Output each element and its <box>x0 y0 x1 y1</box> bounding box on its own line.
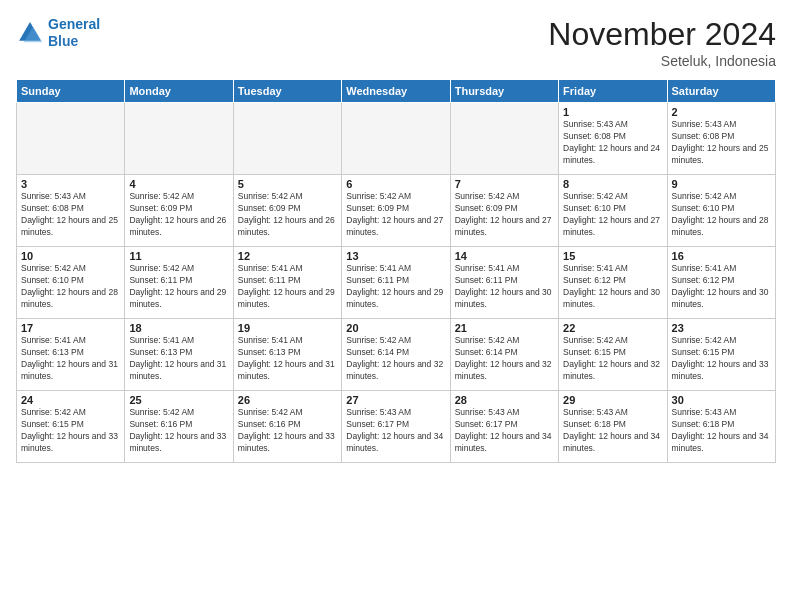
calendar-cell <box>17 103 125 175</box>
calendar-header-saturday: Saturday <box>667 80 775 103</box>
calendar-cell: 6Sunrise: 5:42 AMSunset: 6:09 PMDaylight… <box>342 175 450 247</box>
day-info: Sunrise: 5:43 AMSunset: 6:08 PMDaylight:… <box>672 119 771 167</box>
calendar-cell: 17Sunrise: 5:41 AMSunset: 6:13 PMDayligh… <box>17 319 125 391</box>
calendar-cell: 12Sunrise: 5:41 AMSunset: 6:11 PMDayligh… <box>233 247 341 319</box>
day-number: 23 <box>672 322 771 334</box>
day-info: Sunrise: 5:42 AMSunset: 6:10 PMDaylight:… <box>563 191 662 239</box>
day-info: Sunrise: 5:42 AMSunset: 6:15 PMDaylight:… <box>21 407 120 455</box>
calendar-week-1: 1Sunrise: 5:43 AMSunset: 6:08 PMDaylight… <box>17 103 776 175</box>
day-info: Sunrise: 5:41 AMSunset: 6:11 PMDaylight:… <box>455 263 554 311</box>
calendar-cell: 18Sunrise: 5:41 AMSunset: 6:13 PMDayligh… <box>125 319 233 391</box>
day-info: Sunrise: 5:41 AMSunset: 6:12 PMDaylight:… <box>672 263 771 311</box>
calendar-week-5: 24Sunrise: 5:42 AMSunset: 6:15 PMDayligh… <box>17 391 776 463</box>
day-number: 7 <box>455 178 554 190</box>
day-number: 21 <box>455 322 554 334</box>
day-number: 30 <box>672 394 771 406</box>
calendar-cell: 15Sunrise: 5:41 AMSunset: 6:12 PMDayligh… <box>559 247 667 319</box>
day-number: 24 <box>21 394 120 406</box>
day-info: Sunrise: 5:43 AMSunset: 6:08 PMDaylight:… <box>21 191 120 239</box>
day-info: Sunrise: 5:42 AMSunset: 6:09 PMDaylight:… <box>238 191 337 239</box>
calendar-cell: 8Sunrise: 5:42 AMSunset: 6:10 PMDaylight… <box>559 175 667 247</box>
day-number: 16 <box>672 250 771 262</box>
calendar-cell: 26Sunrise: 5:42 AMSunset: 6:16 PMDayligh… <box>233 391 341 463</box>
calendar-header-friday: Friday <box>559 80 667 103</box>
day-number: 25 <box>129 394 228 406</box>
calendar-cell: 5Sunrise: 5:42 AMSunset: 6:09 PMDaylight… <box>233 175 341 247</box>
calendar-week-2: 3Sunrise: 5:43 AMSunset: 6:08 PMDaylight… <box>17 175 776 247</box>
calendar-cell: 24Sunrise: 5:42 AMSunset: 6:15 PMDayligh… <box>17 391 125 463</box>
calendar-cell: 1Sunrise: 5:43 AMSunset: 6:08 PMDaylight… <box>559 103 667 175</box>
day-number: 17 <box>21 322 120 334</box>
day-info: Sunrise: 5:41 AMSunset: 6:11 PMDaylight:… <box>238 263 337 311</box>
day-number: 2 <box>672 106 771 118</box>
calendar-cell: 19Sunrise: 5:41 AMSunset: 6:13 PMDayligh… <box>233 319 341 391</box>
day-info: Sunrise: 5:42 AMSunset: 6:09 PMDaylight:… <box>346 191 445 239</box>
calendar-week-3: 10Sunrise: 5:42 AMSunset: 6:10 PMDayligh… <box>17 247 776 319</box>
day-number: 1 <box>563 106 662 118</box>
day-number: 20 <box>346 322 445 334</box>
day-number: 11 <box>129 250 228 262</box>
header: General Blue November 2024 Seteluk, Indo… <box>16 16 776 69</box>
day-info: Sunrise: 5:41 AMSunset: 6:13 PMDaylight:… <box>21 335 120 383</box>
logo-line2: Blue <box>48 33 78 49</box>
day-number: 3 <box>21 178 120 190</box>
calendar-week-4: 17Sunrise: 5:41 AMSunset: 6:13 PMDayligh… <box>17 319 776 391</box>
calendar-header-thursday: Thursday <box>450 80 558 103</box>
calendar-header-tuesday: Tuesday <box>233 80 341 103</box>
day-info: Sunrise: 5:41 AMSunset: 6:11 PMDaylight:… <box>346 263 445 311</box>
day-number: 15 <box>563 250 662 262</box>
day-number: 22 <box>563 322 662 334</box>
day-number: 4 <box>129 178 228 190</box>
calendar-cell: 13Sunrise: 5:41 AMSunset: 6:11 PMDayligh… <box>342 247 450 319</box>
calendar-cell: 10Sunrise: 5:42 AMSunset: 6:10 PMDayligh… <box>17 247 125 319</box>
calendar-header-wednesday: Wednesday <box>342 80 450 103</box>
day-number: 26 <box>238 394 337 406</box>
logo-line1: General <box>48 16 100 32</box>
day-number: 13 <box>346 250 445 262</box>
day-number: 14 <box>455 250 554 262</box>
calendar-cell: 23Sunrise: 5:42 AMSunset: 6:15 PMDayligh… <box>667 319 775 391</box>
calendar-cell: 25Sunrise: 5:42 AMSunset: 6:16 PMDayligh… <box>125 391 233 463</box>
calendar-cell: 7Sunrise: 5:42 AMSunset: 6:09 PMDaylight… <box>450 175 558 247</box>
day-number: 19 <box>238 322 337 334</box>
calendar-table: SundayMondayTuesdayWednesdayThursdayFrid… <box>16 79 776 463</box>
location: Seteluk, Indonesia <box>548 53 776 69</box>
month-title: November 2024 <box>548 16 776 53</box>
calendar-cell: 16Sunrise: 5:41 AMSunset: 6:12 PMDayligh… <box>667 247 775 319</box>
day-info: Sunrise: 5:41 AMSunset: 6:13 PMDaylight:… <box>129 335 228 383</box>
calendar-cell: 11Sunrise: 5:42 AMSunset: 6:11 PMDayligh… <box>125 247 233 319</box>
day-number: 28 <box>455 394 554 406</box>
day-number: 6 <box>346 178 445 190</box>
day-info: Sunrise: 5:42 AMSunset: 6:09 PMDaylight:… <box>455 191 554 239</box>
calendar-cell: 3Sunrise: 5:43 AMSunset: 6:08 PMDaylight… <box>17 175 125 247</box>
day-info: Sunrise: 5:41 AMSunset: 6:12 PMDaylight:… <box>563 263 662 311</box>
day-info: Sunrise: 5:42 AMSunset: 6:10 PMDaylight:… <box>21 263 120 311</box>
page: General Blue November 2024 Seteluk, Indo… <box>0 0 792 612</box>
day-info: Sunrise: 5:42 AMSunset: 6:15 PMDaylight:… <box>563 335 662 383</box>
day-info: Sunrise: 5:42 AMSunset: 6:16 PMDaylight:… <box>129 407 228 455</box>
day-info: Sunrise: 5:42 AMSunset: 6:16 PMDaylight:… <box>238 407 337 455</box>
day-number: 8 <box>563 178 662 190</box>
calendar-cell: 4Sunrise: 5:42 AMSunset: 6:09 PMDaylight… <box>125 175 233 247</box>
day-number: 29 <box>563 394 662 406</box>
day-info: Sunrise: 5:42 AMSunset: 6:10 PMDaylight:… <box>672 191 771 239</box>
calendar-header-row: SundayMondayTuesdayWednesdayThursdayFrid… <box>17 80 776 103</box>
logo-icon <box>16 19 44 47</box>
calendar-cell: 29Sunrise: 5:43 AMSunset: 6:18 PMDayligh… <box>559 391 667 463</box>
day-info: Sunrise: 5:43 AMSunset: 6:18 PMDaylight:… <box>672 407 771 455</box>
calendar-header-sunday: Sunday <box>17 80 125 103</box>
calendar-header-monday: Monday <box>125 80 233 103</box>
calendar-cell <box>125 103 233 175</box>
calendar-cell: 28Sunrise: 5:43 AMSunset: 6:17 PMDayligh… <box>450 391 558 463</box>
day-number: 9 <box>672 178 771 190</box>
logo: General Blue <box>16 16 100 50</box>
calendar-cell <box>342 103 450 175</box>
day-info: Sunrise: 5:42 AMSunset: 6:14 PMDaylight:… <box>455 335 554 383</box>
calendar-cell: 2Sunrise: 5:43 AMSunset: 6:08 PMDaylight… <box>667 103 775 175</box>
day-info: Sunrise: 5:42 AMSunset: 6:09 PMDaylight:… <box>129 191 228 239</box>
day-info: Sunrise: 5:43 AMSunset: 6:17 PMDaylight:… <box>455 407 554 455</box>
day-info: Sunrise: 5:43 AMSunset: 6:18 PMDaylight:… <box>563 407 662 455</box>
calendar-cell: 21Sunrise: 5:42 AMSunset: 6:14 PMDayligh… <box>450 319 558 391</box>
day-number: 27 <box>346 394 445 406</box>
calendar-cell: 20Sunrise: 5:42 AMSunset: 6:14 PMDayligh… <box>342 319 450 391</box>
